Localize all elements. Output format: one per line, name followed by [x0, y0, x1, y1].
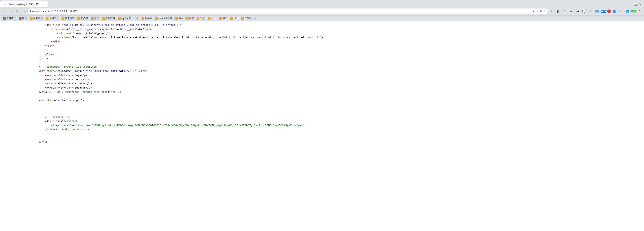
bookmark-icon	[186, 17, 188, 20]
address-bar-row: ← → ↻ ⌂ ℹ ▾ ··· 🖥 ☆ ⬇ ||| ⧉ ↩ ↪ 💬 ⤴ 🌐 De…	[0, 7, 644, 15]
collections-button[interactable]: |||	[556, 9, 561, 14]
back-button[interactable]: ←	[2, 9, 7, 14]
tab-bar: ℹ view-source:http://10.211.55.21:31337/…	[0, 0, 644, 7]
profile-button[interactable]: 👤	[612, 9, 617, 14]
split-window-button[interactable]: ⧉	[562, 9, 568, 14]
ip-button[interactable]: IP	[618, 9, 624, 14]
bookmark-icon	[208, 17, 210, 20]
bookmark-scanner[interactable]: 扫描器	[76, 16, 89, 21]
bookmark-icon	[102, 17, 105, 20]
source-line-div-service: <div class="service">	[32, 119, 641, 123]
share-button[interactable]: ⤴	[588, 9, 593, 14]
source-line-2: <div class="hero__title_inner"><span cla…	[32, 27, 641, 31]
undo-button[interactable]: ↩	[568, 9, 574, 14]
bookmark-label: 笔记	[94, 17, 99, 20]
bookmark-tools[interactable]: 工具	[195, 16, 206, 21]
source-empty-4	[32, 102, 641, 107]
bookmark-icon	[155, 17, 158, 20]
bookmark-ziliao[interactable]: 资料论坛	[2, 16, 17, 21]
bookmark-src[interactable]: SRC	[218, 17, 229, 20]
source-line-countdown-end: </div><!-- End / countdown__module hide …	[32, 90, 641, 94]
globe2-button[interactable]: 🌐	[624, 9, 630, 14]
source-line-encoded: <!--p class="service__text">ZWNobyAiVGh1…	[32, 123, 641, 128]
address-input[interactable]	[32, 10, 532, 13]
source-empty-7	[32, 132, 641, 136]
bookmark-icon	[219, 17, 222, 20]
source-empty-2	[32, 61, 641, 65]
source-line-comment-service: <!-- service -->	[32, 115, 641, 119]
download-button[interactable]: ⬇	[549, 9, 555, 14]
bookmark-articles[interactable]: 文章资料	[101, 16, 116, 21]
forward-button[interactable]: →	[8, 9, 14, 14]
bookmark-label: 文章资料	[105, 17, 115, 20]
bookmark-nisp[interactable]: nisp	[229, 17, 240, 20]
bookmark-icon	[118, 17, 120, 20]
source-line-5: </div>	[32, 40, 641, 44]
bookmark-program[interactable]: 程序	[184, 16, 195, 21]
bookmark-cms[interactable]: cms漏洞文章	[154, 16, 174, 21]
more-bookmarks-label: ≡	[254, 17, 256, 20]
notification-badge: 2	[607, 10, 611, 13]
source-line-comment-countdown: <!-- countdown__module hide undefined --…	[32, 65, 641, 69]
reload-button[interactable]: ↻	[14, 9, 20, 14]
bookmark-label: 农信银	[244, 17, 252, 20]
bookmark-icon	[142, 17, 144, 20]
source-empty-1	[32, 48, 641, 52]
source-line-1: <div class="col-lg-10 col-xs-offset-0 co…	[32, 23, 641, 27]
chat-button[interactable]: 💬	[581, 9, 587, 14]
source-empty-6	[32, 111, 641, 115]
chevron-down-icon[interactable]: ▾	[533, 10, 534, 13]
bookmark-label: 服务器	[145, 17, 152, 20]
bookmark-jiji[interactable]: 靶机	[18, 16, 28, 21]
source-view: <div class="col-lg-10 col-xs-offset-0 co…	[0, 21, 644, 231]
screen-capture-icon[interactable]: 🖥	[539, 10, 542, 13]
bookmark-icon	[175, 17, 178, 20]
bookmark-nongxinyin[interactable]: 农信银	[240, 16, 253, 21]
bookmark-icon	[230, 17, 233, 20]
active-tab[interactable]: ℹ view-source:http://10.211.55.21:31337/…	[0, 1, 48, 7]
bookmark-label: cms漏洞文章	[158, 17, 172, 20]
bookmark-icon	[196, 17, 200, 20]
source-line-seconds: <p><span>%S</span> Seconds</p>	[32, 86, 641, 90]
close-window-icon[interactable]: ✕	[638, 2, 642, 7]
tab-close-button[interactable]: ×	[43, 3, 45, 6]
bookmark-label: 搜索引擎	[65, 17, 74, 20]
source-empty-8	[32, 136, 641, 140]
menu-button[interactable]: ≡	[637, 9, 642, 14]
home-button[interactable]: ⌂	[21, 9, 26, 14]
bookmark-star-icon[interactable]: ☆	[543, 10, 546, 13]
new-tab-button[interactable]: +	[48, 1, 54, 7]
source-line-last-div: </div>	[32, 140, 641, 144]
dots-menu-icon[interactable]: ···	[535, 10, 538, 13]
address-box: ℹ ▾ ··· 🖥 ☆	[27, 8, 548, 14]
bookmark-loudonpingtai[interactable]: 漏洞平台	[28, 16, 44, 21]
bookmarks-bar: 资料论坛 靶机 漏洞平台 众测平台 搜索引擎 扫描器 笔记 文章资料	[0, 15, 644, 21]
bookmark-notes[interactable]: 笔记	[90, 16, 100, 21]
bookmark-label: 漏洞平台	[33, 17, 43, 20]
redo-button[interactable]: ↪	[575, 9, 580, 14]
globe-button[interactable]: 🌐	[594, 9, 600, 14]
bookmark-icon	[62, 17, 64, 20]
source-line-service-wrapper: <div class="service-wrapper">	[32, 98, 641, 102]
source-line-3: <h1 class="hero__title">Cypher</h1>	[32, 31, 641, 36]
bookmark-label: 众测平台	[49, 17, 59, 20]
tab-title: view-source:http://10.211.55.21:31337/	[8, 3, 42, 6]
source-line-div-service-end: </div><!-- End / service -->	[32, 128, 641, 132]
source-empty-5	[32, 107, 641, 111]
bookmark-search[interactable]: 搜索引擎	[60, 16, 76, 21]
bookmark-sql[interactable]: sql注入设计文章	[116, 16, 140, 21]
minimize-icon[interactable]: —	[628, 3, 633, 7]
tab-favicon: ℹ	[4, 3, 6, 6]
bookmark-oscp[interactable]: oscp	[206, 17, 217, 20]
bookmark-icon	[3, 17, 6, 20]
bookmark-server[interactable]: 服务器	[140, 16, 153, 21]
bookmark-zhongcepingtai[interactable]: 众测平台	[44, 16, 60, 21]
bookmark-label: 程序	[189, 17, 194, 20]
source-line-8: </div>	[32, 56, 641, 61]
bookmark-more[interactable]: ≡	[253, 17, 257, 20]
bookmark-label: sql注入设计文章	[121, 17, 139, 20]
maximize-icon[interactable]: □	[634, 3, 637, 7]
tab-extra-controls: — □ ✕	[628, 2, 644, 7]
info-icon: ℹ	[30, 10, 31, 13]
bookmark-360[interactable]: 360	[174, 17, 184, 20]
